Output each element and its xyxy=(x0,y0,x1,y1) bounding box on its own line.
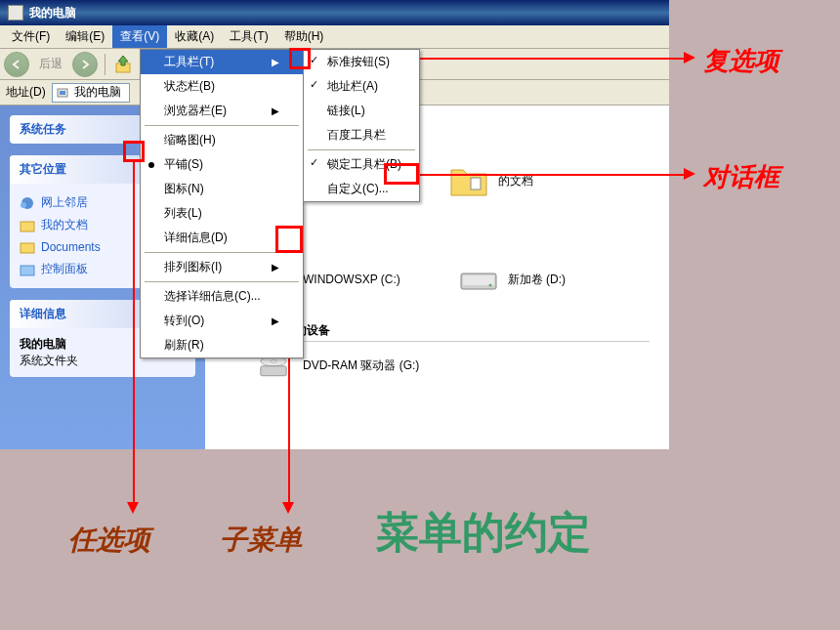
folder-icon xyxy=(449,164,488,197)
svg-point-14 xyxy=(488,284,491,287)
svg-rect-8 xyxy=(471,178,481,189)
dd-thumbnails[interactable]: 缩略图(H) xyxy=(141,128,303,152)
arrow-head xyxy=(282,502,294,514)
dd-toolbars[interactable]: 工具栏(T) ▶ xyxy=(141,50,303,74)
toolbar-separator xyxy=(105,54,105,75)
check-icon: ✓ xyxy=(310,54,318,66)
menu-separator xyxy=(145,125,299,126)
sm-address[interactable]: ✓ 地址栏(A) xyxy=(304,74,419,99)
svg-point-16 xyxy=(271,360,277,362)
dd-explorer[interactable]: 浏览器栏(E) ▶ xyxy=(141,99,303,123)
annotation-checkbox: 复选项 xyxy=(703,44,779,78)
menu-favorites[interactable]: 收藏(A) xyxy=(167,25,222,48)
arrow-head xyxy=(127,502,139,514)
menu-separator xyxy=(308,149,415,150)
submenu-arrow-icon: ▶ xyxy=(272,105,279,116)
sm-baidu[interactable]: 百度工具栏 xyxy=(304,123,419,147)
menu-help[interactable]: 帮助(H) xyxy=(276,25,332,48)
submenu-arrow-icon: ▶ xyxy=(272,315,279,326)
check-icon: ✓ xyxy=(310,78,318,91)
menu-file[interactable]: 文件(F) xyxy=(4,25,58,48)
annotation-radio: 任选项 xyxy=(68,522,150,559)
file-label: DVD-RAM 驱动器 (G:) xyxy=(303,357,419,374)
file-label: WINDOWSXP (C:) xyxy=(303,273,400,286)
dd-choose[interactable]: 选择详细信息(C)... xyxy=(141,284,303,309)
file-item-d-drive[interactable]: 新加卷 (D:) xyxy=(459,266,566,293)
address-value: 我的电脑 xyxy=(74,84,121,101)
window-title: 我的电脑 xyxy=(29,5,76,21)
arrow-line xyxy=(133,162,135,504)
window-icon xyxy=(8,5,23,21)
annotation-box-radio xyxy=(123,141,145,162)
svg-rect-17 xyxy=(261,366,286,376)
address-input[interactable]: 我的电脑 xyxy=(52,83,130,103)
radio-dot-icon xyxy=(148,162,154,168)
dd-goto[interactable]: 转到(O) ▶ xyxy=(141,309,303,333)
svg-rect-7 xyxy=(21,266,34,275)
menu-edit[interactable]: 编辑(E) xyxy=(58,25,112,48)
annotation-box-checkbox xyxy=(289,48,311,69)
titlebar[interactable]: 我的电脑 xyxy=(0,0,669,25)
submenu-arrow-icon: ▶ xyxy=(272,57,279,67)
dd-refresh[interactable]: 刷新(R) xyxy=(141,333,303,357)
dd-statusbar[interactable]: 状态栏(B) xyxy=(141,74,303,99)
arrow-line xyxy=(419,174,687,176)
annotation-box-dialog xyxy=(384,163,419,185)
dd-tiles[interactable]: 平铺(S) xyxy=(141,152,303,177)
back-button[interactable] xyxy=(4,52,29,77)
sm-links[interactable]: 链接(L) xyxy=(304,99,419,123)
up-icon[interactable] xyxy=(112,54,134,75)
annotation-box-submenu xyxy=(275,226,303,253)
menu-separator xyxy=(145,281,299,282)
network-icon xyxy=(20,195,35,211)
svg-rect-13 xyxy=(463,275,494,285)
annotation-dialog: 对话框 xyxy=(703,160,779,194)
folder-icon xyxy=(20,218,35,233)
annotation-title: 菜单的约定 xyxy=(376,504,591,562)
file-item-docs[interactable]: 的文档 xyxy=(449,164,533,197)
menu-view[interactable]: 查看(V) xyxy=(112,25,167,48)
submenu-arrow-icon: ▶ xyxy=(272,262,279,273)
folder-icon xyxy=(20,239,35,255)
svg-point-4 xyxy=(21,202,26,208)
sm-standard[interactable]: ✓ 标准按钮(S) xyxy=(304,50,419,74)
arrow-head xyxy=(684,52,695,63)
forward-button[interactable] xyxy=(72,52,98,77)
check-icon: ✓ xyxy=(310,156,318,169)
menubar: 文件(F) 编辑(E) 查看(V) 收藏(A) 工具(T) 帮助(H) xyxy=(0,25,669,49)
drive-icon xyxy=(459,266,498,293)
annotation-submenu: 子菜单 xyxy=(220,522,302,559)
address-label: 地址(D) xyxy=(6,84,46,101)
svg-rect-5 xyxy=(21,222,34,231)
file-label: 新加卷 (D:) xyxy=(508,272,566,288)
svg-rect-6 xyxy=(21,243,34,253)
dd-list[interactable]: 列表(L) xyxy=(141,201,303,226)
arrow-head xyxy=(684,168,695,180)
menu-tools[interactable]: 工具(T) xyxy=(222,25,275,48)
view-dropdown: 工具栏(T) ▶ 状态栏(B) 浏览器栏(E) ▶ 缩略图(H) 平铺(S) 图… xyxy=(140,49,304,358)
back-label: 后退 xyxy=(33,56,68,72)
control-panel-icon xyxy=(20,262,35,277)
svg-rect-2 xyxy=(60,91,65,95)
dd-icons[interactable]: 图标(N) xyxy=(141,177,303,201)
dd-arrange[interactable]: 排列图标(I) ▶ xyxy=(141,255,303,279)
